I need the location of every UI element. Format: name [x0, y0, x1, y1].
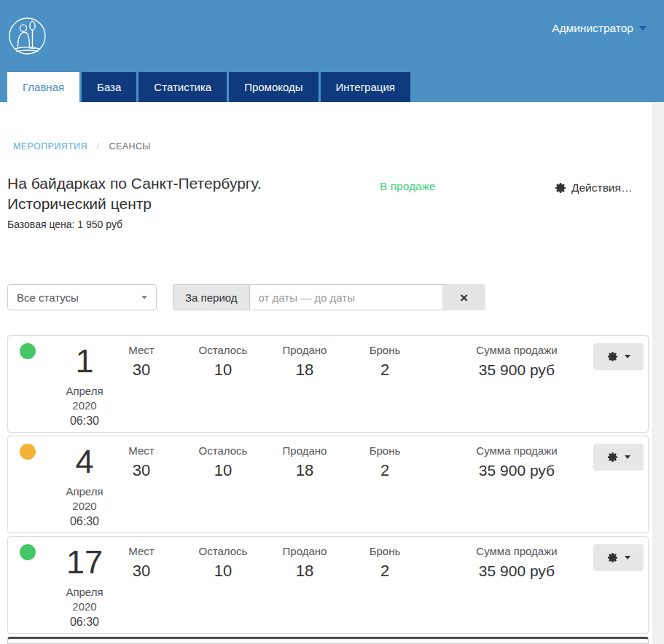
- session-month: Апреля: [37, 484, 132, 499]
- status-filter-value: Все статусы: [17, 291, 79, 304]
- stat-label: Осталось: [187, 344, 259, 356]
- session-time: 06:30: [37, 614, 132, 630]
- stat-value: 10: [187, 461, 259, 480]
- page: Администратор Главная База Статистика Пр…: [0, 0, 664, 644]
- period-date-input[interactable]: [249, 284, 448, 310]
- stat-sum: Сумма продажи 35 900 руб: [444, 545, 590, 580]
- stat-label: Осталось: [187, 444, 259, 457]
- stat-value: 10: [187, 562, 259, 581]
- gear-icon: [607, 351, 618, 362]
- stat-sold: Продано 18: [268, 344, 341, 380]
- session-status-dot: [20, 444, 36, 460]
- session-menu-button[interactable]: [593, 544, 644, 571]
- period-filter-group: За период: [173, 284, 448, 310]
- period-button[interactable]: За период: [173, 284, 249, 310]
- chevron-down-icon: [625, 355, 630, 358]
- session-card: 1 Апреля 2020 06:30 Мест 30 Осталось 10 …: [7, 335, 649, 433]
- stat-label: Сумма продажи: [444, 545, 590, 557]
- stat-value: 18: [268, 461, 341, 480]
- stat-label: Сумма продажи: [444, 344, 590, 356]
- stat-label: Бронь: [352, 444, 418, 457]
- gear-icon: [607, 452, 618, 463]
- stat-label: Осталось: [187, 545, 259, 557]
- top-header: Администратор Главная База Статистика Пр…: [0, 0, 664, 102]
- session-month: Апреля: [37, 585, 132, 600]
- session-card: 4 Апреля 2020 06:30 Мест 30 Осталось 10 …: [7, 436, 649, 533]
- session-menu-button[interactable]: [593, 343, 644, 370]
- session-year: 2020: [37, 398, 132, 413]
- stat-label: Сумма продажи: [444, 444, 590, 457]
- tab-promocodes[interactable]: Промокоды: [229, 72, 318, 102]
- stat-value: 18: [268, 562, 341, 581]
- stat-sold: Продано 18: [268, 545, 341, 581]
- stat-sum: Сумма продажи 35 900 руб: [444, 344, 590, 379]
- stat-sold: Продано 18: [268, 444, 341, 480]
- close-icon: ×: [460, 290, 468, 305]
- session-year: 2020: [37, 499, 132, 514]
- tab-statistics[interactable]: Статистика: [138, 72, 227, 102]
- session-time: 06:30: [37, 514, 132, 530]
- status-filter-select[interactable]: Все статусы: [7, 284, 157, 310]
- stat-value: 30: [109, 562, 174, 581]
- stat-label: Мест: [109, 545, 174, 557]
- brand-logo[interactable]: [8, 17, 47, 55]
- page-title: На байдарках по Санкт-Петербургу. Истори…: [7, 173, 359, 214]
- stat-value: 2: [352, 562, 418, 581]
- stat-reserved: Бронь 2: [352, 545, 418, 581]
- stat-value: 18: [268, 361, 341, 380]
- status-badge: В продаже: [380, 180, 436, 193]
- breadcrumb: МЕРОПРИЯТИЯ / СЕАНСЫ: [13, 141, 151, 152]
- chevron-down-icon: [141, 296, 147, 299]
- stat-seats: Мест 30: [109, 344, 174, 380]
- session-status-dot: [20, 343, 36, 359]
- stat-value: 35 900 руб: [444, 361, 590, 379]
- gear-icon: [607, 552, 618, 563]
- stat-seats: Мест 30: [109, 545, 174, 581]
- tab-home[interactable]: Главная: [7, 72, 79, 102]
- breadcrumb-current: СЕАНСЫ: [109, 141, 151, 152]
- scrollbar-track[interactable]: [652, 102, 664, 644]
- stat-label: Продано: [268, 444, 341, 457]
- stat-label: Мест: [109, 444, 174, 457]
- clear-filter-button[interactable]: ×: [442, 284, 485, 310]
- actions-button-label: Действия…: [571, 181, 632, 195]
- stat-label: Продано: [268, 344, 341, 356]
- session-status-dot: [20, 544, 36, 560]
- chevron-down-icon: [639, 26, 647, 31]
- breadcrumb-separator: /: [97, 141, 100, 152]
- actions-button[interactable]: Действия…: [555, 181, 632, 195]
- stat-sum: Сумма продажи 35 900 руб: [444, 444, 590, 479]
- session-card: 17 Апреля 2020 06:30 Мест 30 Осталось 10…: [7, 536, 649, 634]
- stat-value: 35 900 руб: [444, 562, 590, 580]
- stat-reserved: Бронь 2: [352, 444, 418, 480]
- stat-label: Бронь: [352, 344, 418, 356]
- chevron-down-icon: [625, 455, 630, 459]
- tab-base[interactable]: База: [82, 72, 136, 102]
- user-menu[interactable]: Администратор: [552, 22, 647, 35]
- session-time: 06:30: [37, 413, 132, 429]
- stat-label: Мест: [109, 344, 174, 356]
- session-year: 2020: [37, 600, 132, 614]
- stat-value: 35 900 руб: [444, 462, 590, 479]
- session-month: Апреля: [37, 384, 132, 398]
- stat-value: 30: [109, 461, 174, 480]
- stat-seats: Мест 30: [109, 444, 174, 480]
- stat-remaining: Осталось 10: [187, 444, 259, 480]
- kayaker-logo-icon: [8, 17, 47, 55]
- gear-icon: [555, 182, 566, 194]
- main-tabs: Главная База Статистика Промокоды Интегр…: [7, 72, 410, 102]
- chevron-down-icon: [625, 556, 630, 559]
- stat-remaining: Осталось 10: [187, 545, 259, 581]
- breadcrumb-events-link[interactable]: МЕРОПРИЯТИЯ: [13, 141, 87, 152]
- base-price: Базовая цена: 1 950 руб: [7, 219, 122, 230]
- stat-value: 10: [187, 361, 259, 380]
- user-menu-label: Администратор: [552, 22, 633, 35]
- stat-value: 30: [109, 361, 174, 380]
- tab-integration[interactable]: Интеграция: [321, 72, 410, 102]
- stat-remaining: Осталось 10: [187, 344, 259, 380]
- next-session-card-partial: [7, 637, 649, 644]
- stat-value: 2: [352, 461, 418, 480]
- stat-label: Бронь: [352, 545, 418, 557]
- stat-value: 2: [352, 361, 418, 380]
- session-menu-button[interactable]: [593, 444, 644, 471]
